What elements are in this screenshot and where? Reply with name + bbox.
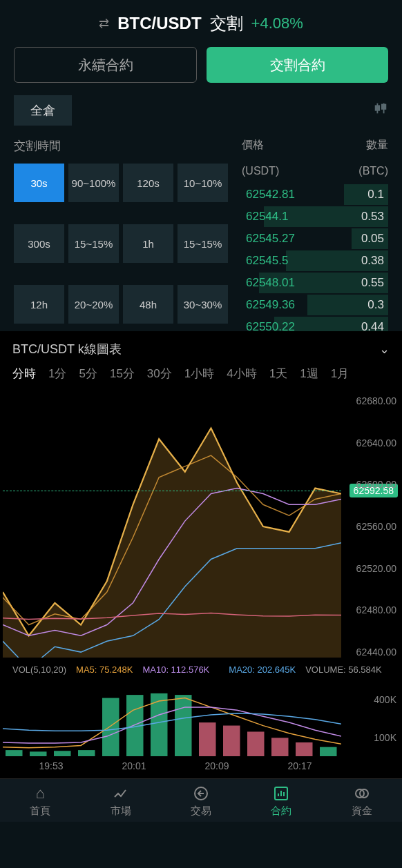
chart-title: BTC/USDT k線圖表 bbox=[12, 341, 122, 357]
vol-ma5: MA5: 75.248K bbox=[76, 664, 133, 675]
orderbook-row[interactable]: 62548.010.55 bbox=[242, 273, 388, 293]
volume-chart[interactable]: 400K100K bbox=[3, 680, 399, 756]
time-option-rate[interactable]: 90~100% bbox=[68, 164, 119, 202]
nav-contract[interactable]: 合約 bbox=[271, 785, 291, 818]
time-option-rate[interactable]: 15~15% bbox=[68, 224, 119, 263]
interval-option[interactable]: 5分 bbox=[79, 366, 97, 382]
svg-rect-3 bbox=[382, 105, 386, 109]
interval-option[interactable]: 1月 bbox=[331, 366, 349, 382]
ob-qty: 0.44 bbox=[361, 320, 384, 331]
orderbook-row[interactable]: 62545.270.05 bbox=[242, 228, 388, 249]
nav-label: 首頁 bbox=[30, 805, 50, 818]
svg-rect-14 bbox=[247, 731, 265, 756]
svg-rect-15 bbox=[271, 738, 289, 756]
interval-option[interactable]: 1小時 bbox=[184, 366, 214, 382]
interval-option[interactable]: 15分 bbox=[110, 366, 135, 382]
y-tick: 62680.00 bbox=[341, 395, 396, 406]
ob-price: 62549.36 bbox=[246, 298, 295, 312]
ob-qty-label: 數量 bbox=[358, 138, 388, 152]
price-change-pct: +4.08% bbox=[251, 14, 303, 32]
volume-y-axis: 400K100K bbox=[341, 680, 396, 756]
chevron-down-icon[interactable]: ⌄ bbox=[379, 342, 390, 357]
nav-funds[interactable]: 資金 bbox=[352, 785, 372, 818]
nav-label: 交易 bbox=[191, 805, 211, 818]
y-tick: 62600.00 bbox=[341, 479, 396, 490]
interval-option[interactable]: 4小時 bbox=[227, 366, 256, 382]
candle-settings-icon[interactable] bbox=[373, 101, 388, 120]
vol-ma20: MA20: 202.645K bbox=[229, 664, 296, 675]
svg-rect-6 bbox=[54, 751, 71, 756]
nav-label: 市場 bbox=[111, 805, 131, 818]
interval-option[interactable]: 1天 bbox=[269, 366, 287, 382]
exchange-icon bbox=[193, 785, 209, 802]
svg-rect-11 bbox=[175, 695, 192, 756]
time-option-rate[interactable]: 10~10% bbox=[178, 164, 228, 202]
nav-trade[interactable]: 交易 bbox=[191, 785, 211, 818]
chart-section: BTC/USDT k線圖表 ⌄ 分時1分5分15分30分1小時4小時1天1週1月… bbox=[0, 331, 402, 778]
orderbook-row[interactable]: 62550.220.44 bbox=[242, 317, 388, 331]
svg-rect-5 bbox=[30, 751, 47, 756]
orderbook-row[interactable]: 62544.10.53 bbox=[242, 206, 388, 227]
y-tick: 62440.00 bbox=[341, 647, 396, 658]
ob-price-unit: (USDT) bbox=[242, 165, 279, 177]
time-option-rate[interactable]: 20~20% bbox=[68, 285, 119, 324]
volume-section: VOL(5,10,20) MA5: 75.248K MA10: 112.576K… bbox=[0, 658, 402, 778]
time-option[interactable]: 48h bbox=[123, 285, 173, 324]
y-tick: 62560.00 bbox=[341, 521, 396, 532]
interval-option[interactable]: 分時 bbox=[12, 366, 36, 382]
orderbook-row[interactable]: 62545.50.38 bbox=[242, 250, 388, 271]
ob-qty: 0.53 bbox=[361, 210, 384, 224]
price-plot-svg bbox=[3, 395, 341, 658]
volume-svg bbox=[3, 680, 341, 756]
ob-price: 62545.5 bbox=[246, 254, 288, 268]
price-y-axis: 62680.0062640.0062600.0062560.0062520.00… bbox=[341, 395, 396, 658]
tab-perpetual[interactable]: 永續合約 bbox=[14, 47, 197, 83]
interval-option[interactable]: 30分 bbox=[147, 366, 172, 382]
vol-volume: VOLUME: 56.584K bbox=[305, 664, 382, 675]
current-price-line bbox=[3, 491, 341, 491]
nav-label: 資金 bbox=[352, 805, 372, 818]
contract-tabs: 永續合約 交割合約 bbox=[0, 47, 402, 83]
vol-ma10: MA10: 112.576K bbox=[142, 664, 209, 675]
swap-icon[interactable]: ⇄ bbox=[99, 16, 109, 31]
time-option-rate[interactable]: 15~15% bbox=[178, 224, 228, 263]
time-grid: 30s 90~100% 120s 10~10% 300s 15~15% 1h 1… bbox=[14, 164, 228, 324]
y-tick: 62480.00 bbox=[341, 604, 396, 615]
time-option[interactable]: 300s bbox=[14, 224, 64, 263]
time-option-rate[interactable]: 30~30% bbox=[178, 285, 228, 324]
time-option[interactable]: 120s bbox=[123, 164, 173, 202]
ob-qty: 0.1 bbox=[367, 188, 384, 201]
ob-qty: 0.3 bbox=[367, 298, 384, 312]
svg-rect-17 bbox=[320, 747, 337, 756]
chart-icon bbox=[273, 785, 289, 802]
x-tick: 20:01 bbox=[122, 760, 146, 771]
controls-row: 全倉 bbox=[0, 83, 402, 131]
time-option[interactable]: 1h bbox=[123, 224, 173, 263]
interval-option[interactable]: 1分 bbox=[48, 366, 66, 382]
svg-rect-13 bbox=[223, 726, 240, 756]
nav-market[interactable]: 市場 bbox=[111, 785, 131, 818]
ob-qty: 0.55 bbox=[361, 276, 384, 290]
svg-rect-4 bbox=[6, 750, 23, 756]
orderbook-row[interactable]: 62549.360.3 bbox=[242, 295, 388, 315]
ob-price: 62550.22 bbox=[246, 320, 295, 331]
svg-rect-1 bbox=[376, 106, 380, 110]
nav-label: 合約 bbox=[271, 805, 291, 818]
svg-rect-8 bbox=[102, 698, 119, 756]
home-icon: ⌂ bbox=[36, 785, 45, 802]
bottom-nav: ⌂ 首頁 市場 交易 合約 資金 bbox=[0, 778, 402, 822]
margin-mode-button[interactable]: 全倉 bbox=[14, 95, 72, 126]
time-option[interactable]: 30s bbox=[14, 164, 64, 202]
orderbook-rows: 62542.810.162544.10.5362545.270.0562545.… bbox=[242, 184, 388, 331]
pair-header: ⇄ BTC/USDT 交割 +4.08% bbox=[0, 0, 402, 47]
time-x-axis: 19:5320:0120:0920:17 bbox=[3, 756, 399, 778]
time-option[interactable]: 12h bbox=[14, 285, 64, 324]
interval-option[interactable]: 1週 bbox=[300, 366, 318, 382]
nav-home[interactable]: ⌂ 首頁 bbox=[30, 785, 50, 818]
interval-selector: 分時1分5分15分30分1小時4小時1天1週1月 bbox=[0, 363, 402, 388]
tab-delivery[interactable]: 交割合約 bbox=[207, 47, 388, 83]
ob-price: 62548.01 bbox=[246, 276, 295, 290]
price-chart[interactable]: 62592.58 62680.0062640.0062600.0062560.0… bbox=[3, 395, 399, 658]
orderbook-row[interactable]: 62542.810.1 bbox=[242, 184, 388, 205]
pair-symbol: BTC/USDT bbox=[117, 14, 201, 33]
